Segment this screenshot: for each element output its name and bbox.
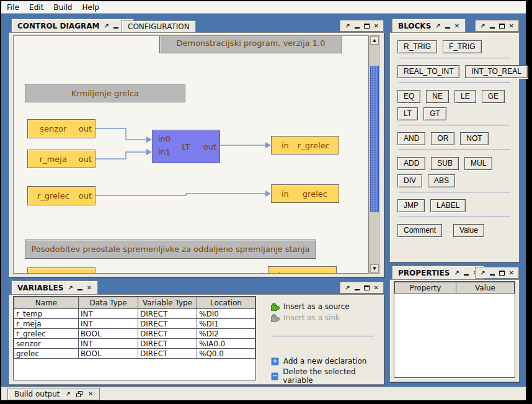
cell-location: %IA0.0 [197, 339, 255, 349]
maximize-icon[interactable] [364, 285, 370, 290]
menu-item-help[interactable]: Help [82, 3, 99, 12]
var-block-in-grelec[interactable]: in grelec [271, 184, 339, 203]
float-icon[interactable]: ↗ [68, 285, 73, 291]
close-icon[interactable]: ✕ [509, 23, 514, 29]
close-icon[interactable]: ✕ [374, 23, 379, 29]
insert-source-action[interactable]: Insert as a source [271, 302, 350, 311]
block-button-gt[interactable]: GT [423, 107, 446, 120]
maximize-icon[interactable] [499, 24, 505, 29]
comment-box[interactable]: Posodobitev preostale spremenljivke za o… [25, 240, 316, 259]
close-icon[interactable]: ✕ [509, 270, 514, 276]
block-button-label[interactable]: LABEL [430, 199, 466, 212]
block-button-value[interactable]: Value [453, 224, 484, 237]
in-port[interactable]: in [268, 271, 286, 274]
var-block-in-r-temp[interactable]: in r_temp [268, 266, 337, 274]
vertical-scrollbar[interactable]: ▲ ▼ [370, 35, 379, 274]
block-button-f-trig[interactable]: F_TRIG [443, 40, 482, 53]
block-button-comment[interactable]: Comment [397, 224, 442, 237]
comment-box[interactable]: Demonstracijski program, verzija 1.0 [159, 35, 342, 53]
out-port[interactable]: out [79, 124, 95, 133]
var-block-senzor-2[interactable]: senzor out [27, 267, 95, 274]
minimize-icon[interactable] [445, 27, 450, 29]
lt-operator-block[interactable]: in0 in1 LT out [152, 130, 220, 163]
float-icon[interactable]: ↗ [66, 391, 71, 397]
tab-variables[interactable]: VARIABLES ↗ ✕ [11, 281, 98, 294]
insert-sink-action[interactable]: Insert as a sink [271, 313, 340, 322]
out-port[interactable]: out [79, 191, 95, 200]
add-declaration-action[interactable]: + Add a new declaration [271, 357, 366, 366]
maximize-icon[interactable] [499, 271, 505, 276]
maximize-icon[interactable] [364, 24, 370, 29]
scroll-down-button[interactable]: ▼ [370, 264, 379, 273]
block-button-not[interactable]: NOT [460, 132, 488, 145]
in0-port[interactable]: in0 [158, 134, 171, 143]
var-block-r-meja[interactable]: r_meja out [27, 150, 95, 168]
tab-control-diagram[interactable]: CONTROL DIAGRAM ↗ ✕ [11, 19, 134, 32]
table-row[interactable]: r_meja INT DIRECT %DI1 [14, 319, 255, 329]
out-port[interactable]: out [79, 272, 95, 274]
minimize-icon[interactable] [490, 27, 495, 29]
tab-blocks[interactable]: BLOCKS ↗ ✕ [392, 19, 466, 32]
table-row[interactable]: senzor INT DIRECT %IA0.0 [14, 339, 255, 349]
close-icon[interactable]: ✕ [454, 23, 459, 29]
block-button-or[interactable]: OR [431, 132, 454, 145]
menu-item-build[interactable]: Build [53, 3, 72, 12]
close-icon[interactable]: ✕ [88, 391, 93, 397]
minimize-icon[interactable] [355, 289, 360, 290]
comment-box[interactable]: Krmiljenje grelca [25, 84, 185, 102]
scroll-up-button[interactable]: ▲ [370, 36, 379, 45]
close-icon[interactable]: ✕ [374, 285, 379, 291]
float-icon[interactable]: ↗ [345, 23, 350, 29]
block-button-lt[interactable]: LT [397, 107, 418, 120]
block-button-real-to-int[interactable]: REAL_TO_INT [397, 65, 459, 78]
in1-port[interactable]: in1 [158, 147, 171, 156]
block-button-sub[interactable]: SUB [431, 157, 459, 170]
block-button-ne[interactable]: NE [426, 90, 449, 103]
menu-item-edit[interactable]: Edit [29, 3, 43, 12]
float-icon[interactable]: ↗ [345, 285, 350, 291]
tab-properties[interactable]: PROPERTIES ↗ ✕ [392, 266, 484, 279]
control-diagram-body: Demonstracijski program, verzija 1.0 Krm… [9, 32, 384, 277]
block-button-le[interactable]: LE [454, 90, 476, 103]
block-button-add[interactable]: ADD [397, 157, 425, 170]
minimize-icon[interactable] [78, 289, 82, 290]
delete-variable-action[interactable]: − Delete the selected variable [271, 367, 381, 385]
tab-configuration[interactable]: CONFIGURATION [122, 20, 196, 32]
table-row[interactable]: r_temp INT DIRECT %DI0 [14, 309, 255, 319]
block-button-and[interactable]: AND [397, 132, 425, 145]
float-icon[interactable]: ↗ [480, 270, 485, 276]
in-port[interactable]: in [272, 141, 289, 150]
properties-title: PROPERTIES [398, 269, 450, 277]
var-block-in-r-grelec[interactable]: in r_grelec [271, 136, 339, 155]
build-output-tab[interactable]: Build output ↗ ✕ [7, 388, 100, 400]
restore-icon[interactable] [76, 391, 82, 397]
block-button-ge[interactable]: GE [482, 90, 505, 103]
minimize-icon[interactable] [464, 274, 469, 276]
in-port[interactable]: in [272, 189, 289, 199]
table-row[interactable]: r_grelec BOOL DIRECT %DI2 [14, 329, 255, 339]
float-icon[interactable]: ↗ [454, 270, 459, 276]
float-icon[interactable]: ↗ [480, 23, 485, 29]
float-icon[interactable]: ↗ [435, 23, 440, 29]
block-button-abs[interactable]: ABS [428, 174, 455, 187]
block-button-eq[interactable]: EQ [397, 90, 420, 103]
block-button-r-trig[interactable]: R_TRIG [397, 40, 437, 53]
block-button-jmp[interactable]: JMP [397, 199, 425, 212]
var-block-r-grelec[interactable]: r_grelec out [27, 186, 95, 205]
scroll-thumb[interactable] [370, 66, 379, 212]
block-button-div[interactable]: DIV [397, 174, 422, 187]
block-button-mul[interactable]: MUL [464, 157, 492, 170]
out-port[interactable]: out [203, 142, 216, 151]
minimize-icon[interactable] [490, 274, 495, 276]
close-icon[interactable]: ✕ [87, 285, 92, 291]
minimize-icon[interactable] [113, 27, 118, 29]
menu-item-file[interactable]: File [7, 3, 19, 12]
var-block-senzor[interactable]: senzor out [27, 119, 95, 138]
minimize-icon[interactable] [355, 27, 360, 29]
out-port[interactable]: out [79, 155, 95, 164]
diagram-canvas[interactable]: Demonstracijski program, verzija 1.0 Krm… [13, 35, 369, 274]
arrowhead-icon [265, 142, 271, 148]
table-row[interactable]: grelec BOOL DIRECT %Q0.0 [14, 349, 255, 359]
float-icon[interactable]: ↗ [104, 23, 109, 29]
block-button-int-to-real[interactable]: INT_TO_REAL [465, 65, 527, 78]
